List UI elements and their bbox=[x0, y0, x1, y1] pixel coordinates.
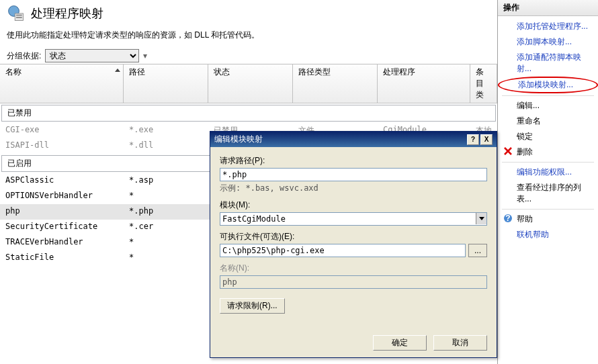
col-handler[interactable]: 处理程序 bbox=[378, 64, 470, 103]
cell-name: CGI-exe bbox=[0, 124, 124, 137]
page-title: 处理程序映射 bbox=[31, 5, 103, 21]
group-by-label: 分组依据: bbox=[7, 50, 41, 62]
col-path-type[interactable]: 路径类型 bbox=[293, 64, 378, 103]
cell-path: *.php bbox=[124, 206, 208, 218]
svg-rect-3 bbox=[16, 17, 22, 18]
cell-path: *.exe bbox=[124, 124, 208, 137]
module-combobox[interactable] bbox=[220, 212, 487, 226]
cell-name: StaticFile bbox=[0, 252, 124, 265]
module-label: 模块(M): bbox=[220, 199, 487, 211]
chevron-down-icon[interactable] bbox=[476, 213, 486, 224]
separator bbox=[502, 209, 594, 210]
table-header: 名称 路径 状态 路径类型 处理程序 条目类 bbox=[0, 64, 497, 103]
page-header: 处理程序映射 bbox=[0, 0, 497, 27]
dialog-help-button[interactable]: ? bbox=[467, 134, 479, 145]
action-help[interactable]: ? 帮助 bbox=[498, 212, 598, 227]
cell-name: OPTIONSVerbHandler bbox=[0, 190, 124, 203]
col-path[interactable]: 路径 bbox=[124, 64, 208, 103]
request-path-input[interactable] bbox=[220, 168, 487, 181]
request-restrictions-button[interactable]: 请求限制(R)... bbox=[220, 298, 285, 314]
action-lock[interactable]: 锁定 bbox=[498, 129, 598, 144]
action-view-ordered[interactable]: 查看经过排序的列表... bbox=[498, 180, 598, 207]
group-by-extra: ▾ bbox=[143, 51, 147, 60]
name-label: 名称(N): bbox=[220, 263, 487, 274]
cell-name: php bbox=[0, 206, 124, 218]
dialog-titlebar[interactable]: 编辑模块映射 ? X bbox=[210, 132, 497, 147]
svg-rect-2 bbox=[16, 15, 22, 16]
svg-text:?: ? bbox=[505, 214, 510, 223]
group-by-row: 分组依据: 状态 ▾ bbox=[0, 48, 497, 64]
separator bbox=[502, 95, 594, 96]
action-add-managed[interactable]: 添加托管处理程序... bbox=[498, 19, 598, 34]
dialog-title: 编辑模块映射 bbox=[214, 134, 466, 145]
cancel-button[interactable]: 取消 bbox=[433, 335, 487, 351]
cell-path: *.dll bbox=[124, 140, 208, 152]
col-entry[interactable]: 条目类 bbox=[470, 64, 497, 103]
group-by-select[interactable]: 状态 bbox=[45, 49, 139, 62]
group-disabled-header[interactable]: 已禁用 bbox=[1, 105, 496, 122]
col-name[interactable]: 名称 bbox=[0, 64, 124, 103]
cell-path: * bbox=[124, 236, 208, 249]
action-add-script[interactable]: 添加脚本映射... bbox=[498, 34, 598, 50]
col-state[interactable]: 状态 bbox=[208, 64, 293, 103]
cell-path: *.asp bbox=[124, 175, 208, 187]
action-online-help[interactable]: 联机帮助 bbox=[498, 227, 598, 242]
executable-label: 可执行文件(可选)(E): bbox=[220, 231, 487, 242]
action-edit[interactable]: 编辑... bbox=[498, 98, 598, 113]
action-edit-permissions[interactable]: 编辑功能权限... bbox=[498, 165, 598, 180]
name-input-readonly: php bbox=[220, 275, 487, 289]
ok-button[interactable]: 确定 bbox=[373, 335, 427, 351]
handler-mapping-icon bbox=[7, 4, 26, 23]
cell-path: *.cer bbox=[124, 221, 208, 234]
action-add-module[interactable]: 添加模块映射... bbox=[498, 77, 598, 93]
request-path-label: 请求路径(P): bbox=[220, 155, 487, 167]
executable-input[interactable] bbox=[220, 244, 466, 257]
request-path-hint: 示例: *.bas, wsvc.axd bbox=[220, 183, 487, 194]
edit-module-mapping-dialog: 编辑模块映射 ? X 请求路径(P): 示例: *.bas, wsvc.axd … bbox=[210, 131, 497, 358]
action-delete[interactable]: 删除 bbox=[498, 144, 598, 160]
cell-name: TRACEVerbHandler bbox=[0, 236, 124, 249]
delete-icon bbox=[503, 146, 513, 156]
sort-asc-icon bbox=[115, 69, 120, 72]
cell-name: ASPClassic bbox=[0, 175, 124, 187]
cell-name: ISAPI-dll bbox=[0, 140, 124, 152]
browse-button[interactable]: ... bbox=[468, 244, 487, 257]
help-icon: ? bbox=[503, 214, 513, 223]
separator bbox=[502, 162, 594, 163]
dialog-close-button[interactable]: X bbox=[480, 134, 493, 145]
cell-path: * bbox=[124, 252, 208, 265]
actions-title: 操作 bbox=[498, 0, 598, 16]
action-add-wildcard[interactable]: 添加通配符脚本映射... bbox=[498, 50, 598, 77]
actions-panel: 操作 添加托管处理程序... 添加脚本映射... 添加通配符脚本映射... 添加… bbox=[497, 0, 598, 364]
page-description: 使用此功能指定处理特定请求类型的响应的资源，如 DLL 和托管代码。 bbox=[0, 27, 497, 48]
action-rename[interactable]: 重命名 bbox=[498, 113, 598, 129]
cell-path: * bbox=[124, 190, 208, 203]
cell-name: SecurityCertificate bbox=[0, 221, 124, 234]
